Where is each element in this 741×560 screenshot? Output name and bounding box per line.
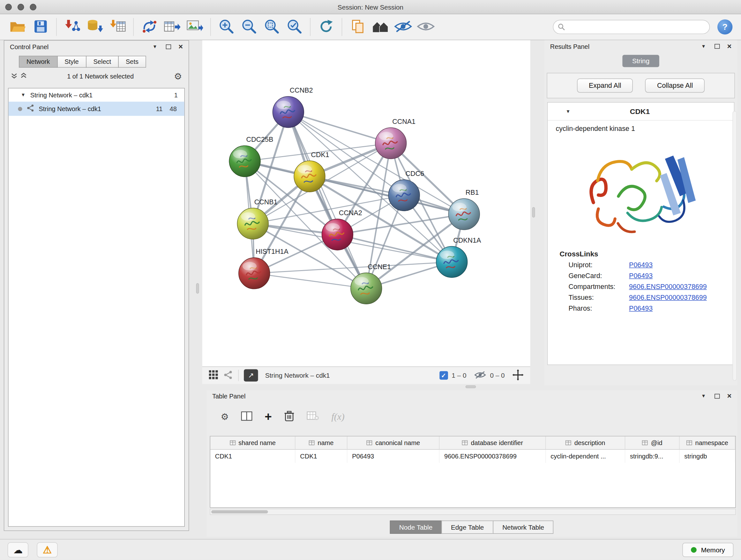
apply-layout-button[interactable]: [315, 16, 337, 38]
column-header[interactable]: database identifier: [440, 436, 546, 449]
overview-toggle-button[interactable]: [209, 370, 219, 381]
table-cell[interactable]: CDK1: [295, 449, 347, 462]
network-edge[interactable]: [254, 273, 366, 288]
crosslink-link[interactable]: 9606.ENSP00000378699: [629, 283, 707, 291]
save-session-button[interactable]: [29, 16, 52, 38]
table-cell[interactable]: 9606.ENSP00000378699: [440, 449, 546, 462]
column-header[interactable]: namespace: [680, 436, 736, 449]
gear-icon[interactable]: ⚙: [174, 71, 182, 80]
import-network-file-button[interactable]: [61, 16, 84, 38]
tab-sets[interactable]: Sets: [118, 56, 146, 68]
zoom-fit-button[interactable]: [260, 16, 283, 38]
expand-all-icon[interactable]: [11, 72, 17, 80]
column-header[interactable]: canonical name: [347, 436, 440, 449]
tab-network[interactable]: Network: [19, 56, 57, 68]
delete-table-button[interactable]: [307, 411, 319, 422]
hide-display-button[interactable]: [392, 16, 414, 38]
zoom-selected-button[interactable]: [283, 16, 306, 38]
table-cell[interactable]: P06493: [347, 449, 440, 462]
expand-all-button[interactable]: Expand All: [577, 78, 633, 92]
zoom-in-button[interactable]: [215, 16, 238, 38]
export-image-button[interactable]: [184, 16, 206, 38]
zoom-out-button[interactable]: [238, 16, 260, 38]
search-input[interactable]: [553, 20, 710, 34]
network-node-cdkn1a[interactable]: CDKN1A: [436, 237, 481, 278]
network-node-rb1[interactable]: RB1: [448, 189, 480, 230]
network-node-ccnb1[interactable]: CCNB1: [237, 198, 277, 240]
function-builder-button[interactable]: f(x): [331, 411, 344, 422]
protein-card-header[interactable]: ▼ CDK1: [548, 103, 734, 120]
tree-expander-icon[interactable]: ▼: [21, 92, 25, 98]
panel-float-icon[interactable]: [165, 44, 171, 49]
scrollbar-thumb[interactable]: [211, 510, 268, 513]
results-scrollbar[interactable]: [732, 111, 737, 381]
tab-edge-table[interactable]: Edge Table: [441, 520, 493, 534]
tab-node-table[interactable]: Node Table: [390, 520, 442, 534]
window-zoom-button[interactable]: [30, 3, 37, 10]
panel-close-icon[interactable]: ×: [179, 43, 183, 51]
panel-close-icon[interactable]: ×: [727, 43, 732, 50]
network-edge[interactable]: [288, 112, 391, 143]
right-splitter-handle[interactable]: [532, 207, 535, 218]
crosslink-link[interactable]: P06493: [629, 261, 653, 268]
network-node-ccna1[interactable]: CCNA1: [375, 118, 415, 159]
collapse-all-button[interactable]: Collapse All: [645, 78, 704, 92]
window-close-button[interactable]: [5, 3, 12, 10]
window-minimize-button[interactable]: [17, 3, 24, 10]
table-cell[interactable]: cyclin-dependent ...: [546, 449, 625, 462]
column-header[interactable]: @id: [625, 436, 679, 449]
new-network-button[interactable]: [138, 16, 160, 38]
show-columns-button[interactable]: [241, 411, 253, 422]
network-canvas[interactable]: CCNB2CCNA1CDC25BCDK1CDC6RB1CCNB1CCNA2CDK…: [202, 40, 530, 367]
network-edge[interactable]: [288, 112, 366, 288]
table-row[interactable]: CDK1 CDK1 P06493 9606.ENSP00000378699 cy…: [210, 449, 735, 462]
crosslink-link[interactable]: P06493: [629, 305, 653, 312]
memory-button[interactable]: Memory: [683, 543, 733, 557]
warnings-button[interactable]: ⚠: [37, 542, 58, 557]
show-display-button[interactable]: [414, 16, 437, 38]
copy-document-button[interactable]: [346, 16, 369, 38]
table-settings-button[interactable]: ⚙: [221, 412, 229, 421]
table-cell[interactable]: stringdb:9...: [625, 449, 679, 462]
table-horizontal-scrollbar[interactable]: [210, 509, 736, 515]
detach-view-button[interactable]: ↗: [244, 369, 258, 382]
panel-float-icon[interactable]: [715, 394, 720, 399]
crosslink-link[interactable]: 9606.ENSP00000378699: [629, 294, 707, 301]
table-cell[interactable]: stringdb: [680, 449, 736, 462]
graphics-details-button[interactable]: [223, 370, 233, 381]
panel-collapse-icon[interactable]: ▼: [701, 394, 706, 399]
center-view-button[interactable]: [512, 369, 524, 382]
tab-string[interactable]: String: [622, 55, 659, 67]
import-table-button[interactable]: [106, 16, 129, 38]
network-collection-row[interactable]: ▼ String Network – cdk1 1: [9, 88, 185, 102]
import-network-database-button[interactable]: [84, 16, 106, 38]
network-node-cdc25b[interactable]: CDC25B: [229, 136, 273, 177]
tab-style[interactable]: Style: [57, 56, 86, 68]
panel-collapse-icon[interactable]: ▼: [152, 44, 157, 49]
network-node-hist1h1a[interactable]: HIST1H1A: [239, 248, 289, 289]
bottom-splitter-handle[interactable]: [466, 385, 476, 388]
selected-checkbox-icon[interactable]: ✓: [440, 371, 448, 380]
panel-float-icon[interactable]: [715, 44, 720, 49]
network-row-selected[interactable]: String Network – cdk1 11 48: [9, 102, 185, 116]
section-expander-icon[interactable]: ▼: [566, 109, 570, 114]
export-table-button[interactable]: [161, 16, 184, 38]
column-header[interactable]: shared name: [210, 436, 295, 449]
open-session-button[interactable]: [7, 16, 29, 38]
tab-select[interactable]: Select: [86, 56, 119, 68]
delete-column-button[interactable]: [284, 410, 294, 423]
left-splitter-handle[interactable]: [196, 283, 199, 294]
cloud-status-button[interactable]: ☁: [8, 542, 28, 557]
collapse-all-icon[interactable]: [20, 72, 27, 80]
create-column-button[interactable]: +: [265, 410, 272, 423]
help-button[interactable]: ?: [718, 19, 732, 35]
home-button[interactable]: [369, 16, 392, 38]
table-cell[interactable]: CDK1: [210, 449, 295, 462]
crosslink-link[interactable]: P06493: [629, 272, 653, 280]
tab-network-table[interactable]: Network Table: [493, 520, 554, 534]
panel-close-icon[interactable]: ×: [727, 392, 732, 400]
column-header[interactable]: name: [295, 436, 347, 449]
network-node-cdc6[interactable]: CDC6: [388, 170, 424, 211]
panel-collapse-icon[interactable]: ▼: [701, 44, 706, 49]
network-node-ccnb2[interactable]: CCNB2: [273, 86, 313, 128]
